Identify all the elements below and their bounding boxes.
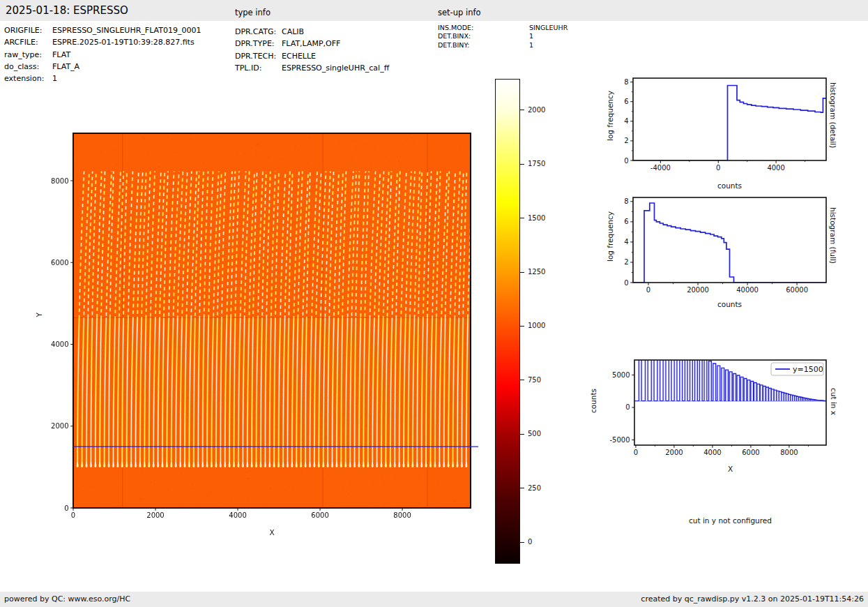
- svg-text:0: 0: [64, 504, 68, 512]
- setup-info-block: INS.MODE:SINGLEUHRDET.BINX:1DET.BINY:1: [438, 24, 568, 50]
- svg-text:0: 0: [625, 403, 630, 411]
- colorbar-tick: [520, 110, 524, 110]
- histogram-detail-plot: -40000400002468: [633, 78, 826, 160]
- svg-text:0: 0: [634, 449, 638, 456]
- svg-text:8: 8: [624, 78, 628, 86]
- svg-text:8: 8: [624, 197, 628, 205]
- meta-row: DPR.CATG:CALIB: [235, 26, 389, 38]
- svg-text:20000: 20000: [687, 286, 709, 294]
- field-value: 1: [529, 41, 533, 50]
- svg-text:6000: 6000: [51, 259, 68, 267]
- field-value: 1: [529, 32, 533, 40]
- page-title: 2025-01-18: ESPRESSO: [6, 4, 128, 17]
- field-label: do_class:: [4, 61, 52, 73]
- field-label: DPR.CATG:: [235, 26, 282, 38]
- field-label: INS.MODE:: [438, 24, 529, 32]
- meta-row: DPR.TYPE:FLAT,LAMP,OFF: [235, 38, 389, 50]
- svg-text:0: 0: [646, 286, 650, 294]
- svg-text:40000: 40000: [736, 286, 759, 294]
- field-label: DET.BINX:: [438, 32, 529, 40]
- colorbar-tick: [520, 488, 524, 488]
- colorbar-tick-label: 1500: [528, 214, 545, 223]
- field-value: ESPRE.2025-01-19T10:39:28.827.fits: [52, 36, 195, 48]
- colorbar-tick-label: 0: [528, 538, 532, 546]
- cut-in-y-note: cut in y not configured: [634, 516, 826, 525]
- field-value: SINGLEUHR: [529, 24, 568, 32]
- colorbar-tick: [520, 164, 524, 165]
- svg-text:2000: 2000: [146, 511, 164, 519]
- colorbar-tick-label: 1000: [528, 322, 545, 330]
- footer-bar: powered by QC: www.eso.org/HC created by…: [0, 592, 868, 607]
- field-label: ARCFILE:: [4, 36, 52, 48]
- svg-text:2000: 2000: [51, 422, 68, 430]
- meta-row: DET.BINX:1: [438, 32, 568, 40]
- svg-text:8000: 8000: [393, 511, 411, 519]
- meta-row: raw_type:FLAT: [4, 49, 201, 61]
- setup-info-heading: set-up info: [438, 8, 481, 17]
- svg-text:8000: 8000: [51, 177, 68, 185]
- meta-row: INS.MODE:SINGLEUHR: [438, 24, 568, 32]
- field-label: raw_type:: [4, 49, 52, 61]
- colorbar-tick: [520, 434, 524, 435]
- field-value: FLAT_A: [52, 61, 79, 73]
- meta-row: ORIGFILE:ESPRESSO_SINGLEUHR_FLAT019_0001: [4, 24, 201, 36]
- field-value: FLAT,LAMP,OFF: [282, 38, 340, 50]
- footer-powered-by: powered by QC: www.eso.org/HC: [4, 592, 130, 607]
- cut-x-ylabel: counts: [589, 389, 597, 413]
- svg-text:-5000: -5000: [609, 436, 630, 444]
- meta-row: ARCFILE:ESPRE.2025-01-19T10:39:28.827.fi…: [4, 36, 201, 48]
- hist-detail-xlabel: counts: [633, 181, 826, 190]
- svg-text:6: 6: [624, 218, 628, 225]
- field-label: DET.BINY:: [438, 41, 529, 50]
- qc-report-page: 2025-01-18: ESPRESSO type info set-up in…: [0, 0, 868, 607]
- colorbar-tick-label: 1250: [528, 268, 545, 276]
- field-label: ORIGFILE:: [4, 24, 52, 36]
- field-value: ESPRESSO_singleUHR_cal_ff: [282, 62, 389, 74]
- svg-text:60000: 60000: [786, 286, 808, 294]
- field-label: DPR.TECH:: [235, 50, 282, 62]
- file-info-block: ORIGFILE:ESPRESSO_SINGLEUHR_FLAT019_0001…: [4, 24, 201, 84]
- colorbar-tick-label: 500: [528, 430, 541, 438]
- svg-text:4000: 4000: [51, 340, 68, 348]
- hist-full-xlabel: counts: [633, 300, 826, 308]
- svg-text:y=1500: y=1500: [793, 365, 823, 374]
- svg-text:4000: 4000: [703, 449, 721, 456]
- svg-text:4: 4: [624, 238, 628, 246]
- svg-text:0: 0: [624, 279, 628, 287]
- field-label: DPR.TYPE:: [235, 38, 282, 50]
- colorbar-tick-label: 2000: [528, 106, 545, 114]
- cut-in-x-plot: 02000400060008000-500005000y=1500: [634, 360, 826, 445]
- svg-text:2: 2: [624, 137, 628, 144]
- svg-text:0: 0: [716, 164, 720, 172]
- meta-row: TPL.ID:ESPRESSO_singleUHR_cal_ff: [235, 62, 389, 74]
- histogram-full-plot: 020000400006000002468: [633, 197, 826, 283]
- hist-detail-ylabel: log frequency: [606, 91, 614, 141]
- hist-full-title: histogram (full): [829, 207, 837, 264]
- svg-text:6: 6: [624, 98, 628, 105]
- field-value: FLAT: [52, 49, 70, 61]
- meta-row: extension:1: [4, 73, 201, 84]
- field-value: ESPRESSO_SINGLEUHR_FLAT019_0001: [52, 24, 201, 36]
- svg-text:4000: 4000: [229, 511, 246, 519]
- svg-text:8000: 8000: [780, 449, 798, 456]
- header-bar: [0, 0, 868, 21]
- svg-text:2: 2: [624, 258, 628, 266]
- meta-row: DPR.TECH:ECHELLE: [235, 50, 389, 62]
- svg-text:6000: 6000: [742, 449, 759, 456]
- svg-text:-4000: -4000: [650, 164, 671, 172]
- cut-x-title: cut in x: [830, 388, 838, 415]
- meta-row: DET.BINY:1: [438, 41, 568, 50]
- colorbar-tick-label: 1750: [528, 160, 545, 168]
- meta-row: do_class:FLAT_A: [4, 61, 201, 73]
- field-label: TPL.ID:: [235, 62, 282, 74]
- colorbar-tick: [520, 380, 524, 380]
- cut-x-xlabel: X: [634, 465, 826, 473]
- field-value: ECHELLE: [282, 50, 316, 62]
- field-label: extension:: [4, 73, 52, 84]
- svg-text:2000: 2000: [665, 449, 683, 456]
- svg-text:0: 0: [624, 157, 628, 165]
- colorbar-tick-label: 250: [528, 484, 541, 493]
- main-xlabel: X: [73, 528, 471, 537]
- hist-full-ylabel: log frequency: [606, 211, 614, 262]
- svg-text:4000: 4000: [767, 164, 784, 172]
